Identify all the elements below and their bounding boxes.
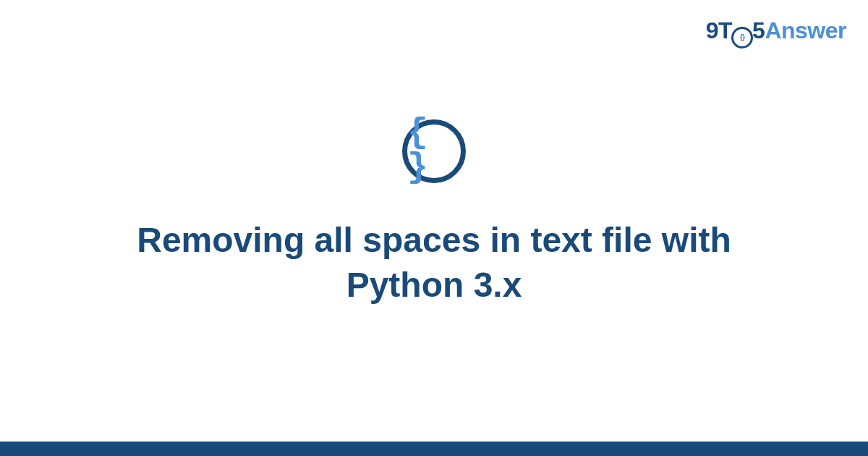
main-content: { } Removing all spaces in text file wit… xyxy=(0,0,868,456)
code-braces-icon: { } xyxy=(402,119,466,183)
category-icon-wrapper: { } xyxy=(402,119,466,183)
page-title: Removing all spaces in text file with Py… xyxy=(109,218,760,308)
braces-glyph: { } xyxy=(407,115,461,185)
footer-accent-bar xyxy=(0,442,868,456)
